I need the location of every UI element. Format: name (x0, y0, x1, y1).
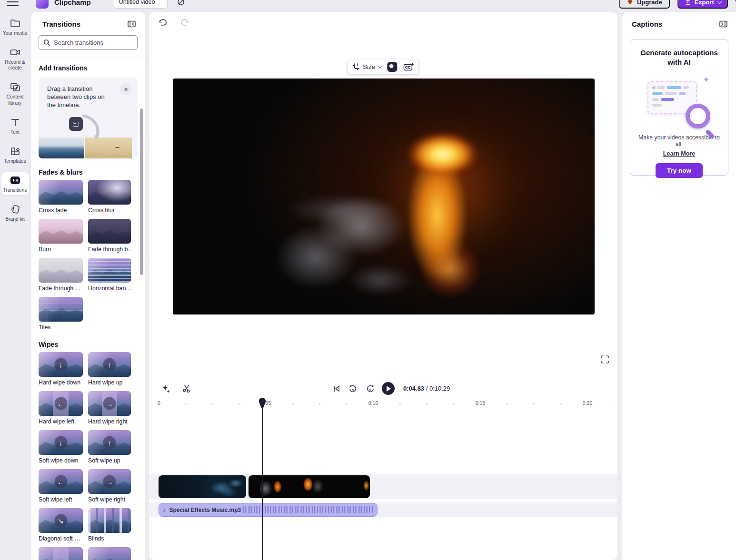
feedback-icon[interactable] (177, 0, 185, 6)
transition-card-cropped[interactable] (39, 547, 83, 560)
transition-card-soft-wipe-left[interactable]: ← Soft wipe left (39, 469, 83, 503)
gem-icon (627, 0, 634, 5)
transitions-panel-title: Transitions (42, 20, 80, 28)
sidebar-item-transitions[interactable]: Transitions (1, 172, 29, 195)
magic-tools-icon[interactable] (160, 383, 171, 394)
transition-card-fade-through-white[interactable]: Fade through … (39, 258, 83, 292)
rewind-5-icon[interactable]: 5 (348, 383, 358, 394)
transition-card-soft-wipe-down[interactable]: ↓ Soft wipe down (39, 430, 83, 464)
brand-kit-icon (9, 204, 21, 215)
sidebar-item-your-media[interactable]: Your media (1, 15, 29, 38)
search-transitions-input[interactable] (54, 39, 138, 46)
skip-to-start-icon[interactable] (332, 384, 341, 393)
split-scissors-icon[interactable] (181, 383, 192, 394)
transition-thumbnail (39, 258, 83, 283)
transitions-icon (9, 175, 21, 186)
transition-card-hard-wipe-up[interactable]: ↑ Hard wipe up (88, 352, 131, 386)
editor-main-panel: Size 5 5 0:04.83 / 0:10.29 (149, 12, 617, 560)
transition-thumbnail: → (88, 391, 131, 416)
color-filter-icon[interactable] (388, 62, 398, 72)
sidebar-item-brand-kit[interactable]: Brand kit (1, 201, 29, 224)
transition-thumbnail: ← (39, 469, 83, 494)
transition-card-tiles[interactable]: Tiles (39, 297, 83, 331)
sidebar-item-record-create[interactable]: Record & create (1, 44, 29, 73)
upgrade-button[interactable]: Upgrade (619, 0, 670, 9)
collapse-panel-right-icon[interactable] (718, 20, 728, 29)
transition-thumbnail (88, 508, 131, 533)
size-dropdown[interactable]: Size (352, 63, 381, 70)
timeline-toolbar: 5 5 0:04.83 / 0:10.29 (149, 381, 617, 397)
captions-panel-title: Captions (632, 20, 662, 28)
ruler-label-20: 0:20 (581, 400, 594, 406)
arrow-left-icon: ← (54, 397, 67, 410)
transition-card-burn[interactable]: Burn (39, 219, 83, 253)
search-icon (43, 39, 50, 46)
play-button[interactable] (382, 382, 395, 395)
transition-card-hard-wipe-left[interactable]: ← Hard wipe left (39, 391, 83, 425)
redo-icon[interactable] (179, 18, 190, 28)
ruler-label-0: 0 (156, 400, 162, 406)
arrow-left-icon: ← (54, 475, 67, 488)
fullscreen-icon[interactable] (601, 355, 609, 364)
drag-transition-tip-card: Drag a transition between two clips on t… (39, 78, 138, 158)
clipchamp-app: Clipchamp Upgrade Export ? Your media (0, 0, 736, 560)
transition-card-fade-through-black[interactable]: Fade through b… (88, 219, 131, 253)
autocaptions-heading: Generate autocaptions with AI (636, 48, 722, 68)
sidebar-item-text[interactable]: Text (1, 114, 29, 137)
try-now-button[interactable]: Try now (656, 163, 703, 178)
total-time: 0:10.29 (429, 385, 450, 392)
camera-icon (9, 47, 21, 58)
sparkle-icon: ✦ (703, 74, 710, 85)
learn-more-link[interactable]: Learn More (663, 150, 695, 157)
sidebar-item-templates[interactable]: Templates (1, 143, 29, 166)
transition-thumbnail (39, 219, 83, 244)
transition-card-cross-fade[interactable]: Cross fade (39, 180, 83, 214)
transition-card-diagonal-soft[interactable]: ↘ Diagonal soft … (39, 508, 83, 542)
video-clip-1[interactable] (159, 475, 246, 498)
arrow-down-icon: ↓ (54, 436, 67, 449)
transition-card-blinds[interactable]: Blinds (88, 508, 131, 542)
playhead-handle[interactable] (259, 398, 266, 409)
transition-card-soft-wipe-right[interactable]: → Soft wipe right (88, 469, 131, 503)
transition-thumbnail: ↓ (39, 430, 83, 455)
panel-scrollbar[interactable] (140, 108, 143, 275)
add-transitions-heading: Add transitions (39, 64, 138, 72)
preview-floating-toolbar: Size (348, 59, 418, 74)
top-bar: Clipchamp Upgrade Export ? (0, 0, 736, 10)
transition-card-cross-blur[interactable]: Cross blur (88, 180, 131, 214)
video-clip-2[interactable] (249, 475, 370, 498)
transition-card-hard-wipe-right[interactable]: → Hard wipe right (88, 391, 131, 425)
svg-text:5: 5 (369, 387, 371, 392)
search-transitions-box[interactable] (39, 35, 138, 50)
transitions-panel: Transitions Add transitions Drag a trans… (31, 12, 145, 560)
audio-clip[interactable]: ♪ Special Effects Music.mp3 (159, 503, 378, 517)
divider (31, 57, 145, 57)
video-preview[interactable] (173, 79, 595, 314)
time-separator: / (424, 385, 429, 392)
transition-card-hard-wipe-down[interactable]: ↓ Hard wipe down (39, 352, 83, 386)
captions-cc-icon[interactable] (404, 63, 414, 71)
arrow-down-right-icon: ↘ (54, 514, 67, 527)
project-title-input[interactable] (114, 0, 168, 9)
ruler-label-10: 0:10 (367, 400, 379, 406)
arrow-right-icon: → (103, 397, 116, 410)
transition-card-soft-wipe-up[interactable]: ↑ Soft wipe up (88, 430, 131, 464)
text-icon (9, 117, 21, 128)
close-icon[interactable]: × (120, 83, 132, 95)
transition-card-cropped[interactable] (88, 547, 131, 560)
hamburger-menu-icon[interactable] (7, 0, 19, 6)
forward-5-icon[interactable]: 5 (365, 383, 376, 394)
transition-card-horizontal-bands[interactable]: Horizontal ban… (88, 258, 131, 292)
undo-icon[interactable] (158, 18, 169, 28)
sidebar-item-content-library[interactable]: Content library (1, 79, 29, 108)
timeline-ruler[interactable]: 0 0:05 0:10 0:15 0:20 (149, 399, 617, 408)
music-note-icon: ♪ (163, 506, 166, 513)
transition-thumbnail (39, 297, 83, 322)
audio-clip-name: Special Effects Music.mp3 (169, 507, 241, 513)
wipes-grid: ↓ Hard wipe down ↑ Hard wipe up ← Hard w… (39, 352, 138, 560)
collapse-panel-icon[interactable] (127, 20, 137, 29)
playhead-line[interactable] (262, 404, 263, 560)
transition-thumbnail: ↘ (39, 508, 83, 533)
export-button[interactable]: Export (677, 0, 728, 9)
transition-thumbnail (39, 547, 83, 560)
